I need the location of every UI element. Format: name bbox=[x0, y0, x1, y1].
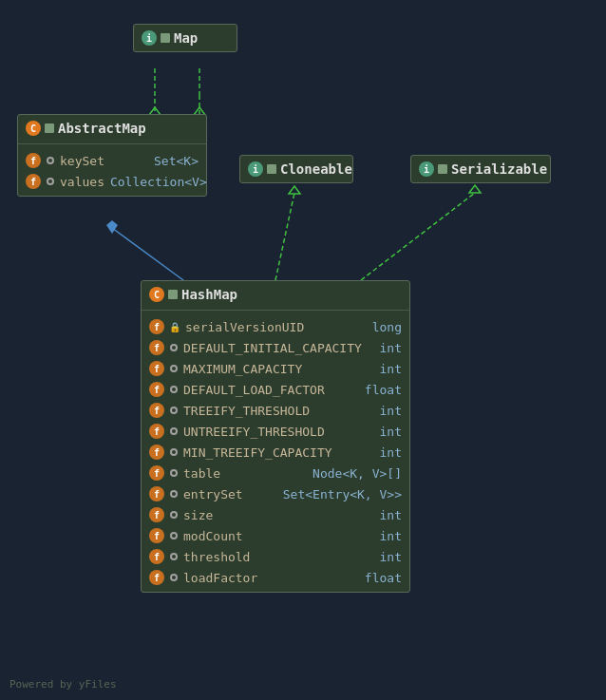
field-icon: f bbox=[149, 382, 164, 397]
svg-marker-8 bbox=[106, 220, 118, 234]
field-icon: f bbox=[149, 403, 164, 418]
field-type: float bbox=[365, 383, 402, 397]
field-icon: f bbox=[149, 570, 164, 585]
access-icon bbox=[170, 532, 178, 539]
access-icon bbox=[170, 427, 178, 435]
field-type: int bbox=[380, 362, 402, 376]
field-type: int bbox=[380, 529, 402, 543]
node-map[interactable]: i Map bbox=[133, 24, 237, 52]
cloneable-title: Cloneable bbox=[280, 161, 352, 177]
field-name: loadFactor bbox=[183, 571, 257, 585]
diagram-container: i Map C AbstractMap f keySet Set<K> f va… bbox=[0, 0, 606, 700]
field-icon: f bbox=[149, 319, 164, 334]
access-icon bbox=[170, 490, 178, 498]
access-icon bbox=[170, 448, 178, 456]
field-name: keySet bbox=[60, 154, 104, 168]
table-row: f table Node<K, V>[] bbox=[142, 463, 409, 483]
field-type: int bbox=[380, 404, 402, 418]
field-type: long bbox=[372, 320, 402, 334]
lock-icon: 🔒 bbox=[170, 322, 180, 331]
abstractmap-title: AbstractMap bbox=[58, 121, 146, 136]
svg-line-7 bbox=[112, 228, 183, 280]
table-row: f loadFactor float bbox=[142, 567, 409, 588]
access-icon bbox=[170, 386, 178, 393]
hashmap-title: HashMap bbox=[181, 287, 237, 302]
table-row: f 🔒 serialVersionUID long bbox=[142, 316, 409, 337]
field-name: size bbox=[183, 508, 213, 522]
access-icon bbox=[170, 365, 178, 372]
field-name: MIN_TREEIFY_CAPACITY bbox=[183, 445, 332, 460]
access-icon bbox=[170, 511, 178, 519]
field-name: DEFAULT_INITIAL_CAPACITY bbox=[183, 341, 362, 355]
field-type: int bbox=[380, 508, 402, 522]
field-icon: f bbox=[26, 153, 41, 168]
svg-line-11 bbox=[361, 193, 475, 280]
node-abstractmap-header: C AbstractMap bbox=[18, 115, 206, 142]
access-icon bbox=[170, 469, 178, 477]
table-row: f entrySet Set<Entry<K, V>> bbox=[142, 483, 409, 504]
serializable-type-icon bbox=[438, 164, 447, 174]
table-row: f modCount int bbox=[142, 525, 409, 546]
field-icon: f bbox=[149, 361, 164, 376]
node-cloneable[interactable]: i Cloneable bbox=[239, 155, 353, 183]
hashmap-class-icon: C bbox=[149, 287, 164, 302]
field-type: Set<K> bbox=[154, 154, 199, 168]
map-type-icon bbox=[161, 33, 170, 43]
field-type: Set<Entry<K, V>> bbox=[283, 487, 402, 501]
field-icon: f bbox=[26, 174, 41, 189]
table-row: f keySet Set<K> bbox=[18, 150, 206, 171]
abstractmap-type-icon bbox=[45, 123, 54, 133]
field-name: threshold bbox=[183, 550, 250, 564]
field-icon: f bbox=[149, 528, 164, 543]
field-name: MAXIMUM_CAPACITY bbox=[183, 362, 302, 376]
field-type: Node<K, V>[] bbox=[312, 466, 402, 481]
field-icon: f bbox=[149, 549, 164, 564]
node-map-header: i Map bbox=[134, 25, 237, 51]
field-icon: f bbox=[149, 424, 164, 439]
serializable-title: Serializable bbox=[451, 161, 547, 177]
table-row: f MAXIMUM_CAPACITY int bbox=[142, 358, 409, 379]
svg-marker-10 bbox=[289, 186, 300, 194]
access-icon bbox=[170, 407, 178, 414]
table-row: f MIN_TREEIFY_CAPACITY int bbox=[142, 442, 409, 463]
field-name: modCount bbox=[183, 529, 243, 543]
node-serializable-header: i Serializable bbox=[411, 156, 550, 182]
node-hashmap[interactable]: C HashMap f 🔒 serialVersionUID long f DE… bbox=[141, 280, 410, 593]
access-icon bbox=[47, 157, 54, 164]
field-name: entrySet bbox=[183, 487, 243, 501]
powered-by-label: Powered by yFiles bbox=[9, 678, 117, 691]
abstractmap-class-icon: C bbox=[26, 121, 41, 136]
field-type: Collection<V> bbox=[110, 175, 207, 189]
field-name: values bbox=[60, 175, 104, 189]
access-icon bbox=[170, 344, 178, 351]
field-name: serialVersionUID bbox=[185, 320, 304, 334]
node-serializable[interactable]: i Serializable bbox=[410, 155, 551, 183]
field-type: float bbox=[365, 571, 402, 585]
access-icon bbox=[170, 553, 178, 560]
field-icon: f bbox=[149, 486, 164, 501]
cloneable-type-icon bbox=[267, 164, 276, 174]
field-name: UNTREEIFY_THRESHOLD bbox=[183, 425, 325, 439]
field-icon: f bbox=[149, 465, 164, 481]
table-row: f threshold int bbox=[142, 546, 409, 567]
map-title: Map bbox=[174, 30, 198, 46]
node-cloneable-header: i Cloneable bbox=[240, 156, 352, 182]
field-name: TREEIFY_THRESHOLD bbox=[183, 404, 310, 418]
field-icon: f bbox=[149, 340, 164, 355]
field-name: DEFAULT_LOAD_FACTOR bbox=[183, 383, 325, 397]
table-row: f TREEIFY_THRESHOLD int bbox=[142, 400, 409, 421]
field-icon: f bbox=[149, 445, 164, 460]
field-icon: f bbox=[149, 507, 164, 522]
table-row: f size int bbox=[142, 504, 409, 525]
cloneable-interface-icon: i bbox=[248, 161, 263, 177]
field-name: table bbox=[183, 466, 220, 481]
field-type: int bbox=[380, 341, 402, 355]
field-type: int bbox=[380, 425, 402, 439]
field-type: int bbox=[380, 445, 402, 460]
table-row: f UNTREEIFY_THRESHOLD int bbox=[142, 421, 409, 442]
node-abstractmap[interactable]: C AbstractMap f keySet Set<K> f values C… bbox=[17, 114, 207, 197]
access-icon bbox=[170, 574, 178, 581]
access-icon bbox=[47, 178, 54, 185]
table-row: f values Collection<V> bbox=[18, 171, 206, 192]
svg-marker-12 bbox=[469, 185, 481, 193]
